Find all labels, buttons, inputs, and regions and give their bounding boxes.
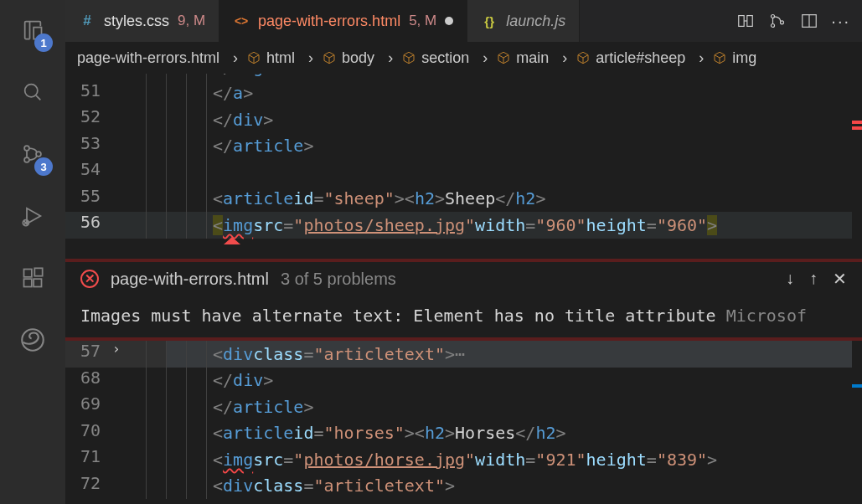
- code-line-54[interactable]: 54: [65, 159, 862, 186]
- tab-meta: 5, M: [409, 13, 436, 29]
- code-content: <article id="horses"><h2>Horses</h2>: [166, 423, 566, 443]
- search-icon[interactable]: [13, 72, 53, 112]
- code-line-69[interactable]: 69</article>: [65, 393, 862, 420]
- line-number: 56: [65, 212, 126, 232]
- run-debug-icon[interactable]: [13, 196, 53, 236]
- line-number: 71: [65, 446, 126, 466]
- code-line-68[interactable]: 68 </div>: [65, 368, 862, 394]
- code-content: <div class="articletext">⋯: [166, 344, 465, 364]
- code-content: <img src="photos/horse.jpg" width="921" …: [166, 450, 717, 470]
- open-changes-icon[interactable]: [767, 11, 787, 31]
- crumb-file[interactable]: page-with-errors.html›: [77, 49, 246, 67]
- line-number: 69: [65, 393, 126, 414]
- svg-rect-5: [24, 270, 32, 277]
- code-line-56[interactable]: 56 <img src="photos/sheep.jpg" width="96…: [65, 212, 862, 239]
- code-line-52[interactable]: 52 </div>: [65, 106, 862, 133]
- tab-bar: styles.css9, Mpage-with-errors.html5, Ml…: [65, 0, 862, 42]
- crumb-main[interactable]: main›: [496, 49, 576, 67]
- code-editor-bottom[interactable]: 57› <div class="articletext">⋯68 </div>6…: [65, 341, 862, 504]
- tab-launch-js[interactable]: launch.js: [467, 0, 580, 42]
- code-line-55[interactable]: 55<article id="sheep"><h2>Sheep</h2>: [65, 186, 862, 213]
- problem-text: Images must have alternate text: Element…: [80, 306, 716, 326]
- line-number: 68: [65, 368, 126, 388]
- error-marker[interactable]: [852, 126, 862, 130]
- problem-header: ✕ page-with-errors.html 3 of 5 problems …: [65, 262, 862, 296]
- line-number: 54: [65, 159, 126, 179]
- svg-point-13: [772, 23, 775, 27]
- tab-actions: ···: [724, 0, 862, 42]
- code-content: <div class="articletext">: [166, 476, 455, 496]
- overview-ruler[interactable]: [852, 341, 862, 504]
- overview-ruler[interactable]: [852, 74, 862, 259]
- line-number: 72: [65, 473, 126, 493]
- svg-point-2: [24, 157, 29, 162]
- problem-filename: page-with-errors.html: [111, 270, 269, 289]
- code-content: </div>: [166, 370, 273, 390]
- code-content: </svg>: [166, 74, 273, 77]
- crumb-html[interactable]: html›: [246, 49, 322, 67]
- svg-rect-11: [747, 16, 752, 27]
- explorer-badge: 1: [34, 33, 53, 52]
- crumb-article-sheep[interactable]: article#sheep›: [576, 49, 712, 67]
- code-line-50[interactable]: 50 </svg>: [65, 74, 862, 80]
- fold-chevron-icon[interactable]: ›: [112, 341, 121, 357]
- main-column: styles.css9, Mpage-with-errors.html5, Ml…: [65, 0, 862, 504]
- scm-badge: 3: [34, 157, 53, 176]
- source-control-icon[interactable]: 3: [13, 134, 53, 174]
- code-line-51[interactable]: 51 </a>: [65, 80, 862, 107]
- crumb-section[interactable]: section›: [401, 49, 496, 67]
- more-actions-icon[interactable]: ···: [831, 12, 850, 31]
- tab-meta: 9, M: [178, 13, 205, 29]
- error-marker[interactable]: [852, 121, 862, 124]
- css-file-icon: [79, 13, 95, 29]
- split-editor-icon[interactable]: [799, 11, 819, 31]
- code-content: </article>: [166, 136, 313, 156]
- svg-point-1: [24, 146, 29, 151]
- compare-changes-icon[interactable]: [736, 11, 756, 31]
- close-problem-icon[interactable]: ✕: [833, 269, 847, 289]
- tab-filename: styles.css: [104, 13, 169, 30]
- explorer-icon[interactable]: 1: [13, 10, 53, 50]
- problem-source: Microsof: [726, 306, 807, 326]
- error-triangle-icon: [224, 237, 240, 244]
- breadcrumb[interactable]: page-with-errors.html› html› body› secti…: [65, 42, 862, 74]
- code-line-53[interactable]: 53</article>: [65, 133, 862, 160]
- problem-message: Images must have alternate text: Element…: [65, 296, 862, 337]
- crumb-img[interactable]: img: [712, 49, 756, 67]
- code-content: </div>: [166, 110, 273, 130]
- tab-page-with-errors-html[interactable]: page-with-errors.html5, M: [219, 0, 467, 42]
- svg-rect-6: [24, 279, 32, 286]
- code-line-70[interactable]: 70<article id="horses"><h2>Horses</h2>: [65, 420, 862, 447]
- tab-filename: launch.js: [506, 13, 565, 30]
- svg-rect-8: [34, 268, 42, 275]
- code-line-71[interactable]: 71 <img src="photos/horse.jpg" width="92…: [65, 446, 862, 473]
- tab-filename: page-with-errors.html: [258, 13, 400, 30]
- svg-rect-7: [34, 279, 41, 286]
- tab-styles-css[interactable]: styles.css9, M: [65, 0, 219, 42]
- selection-marker[interactable]: [852, 384, 862, 388]
- html-file-icon: [233, 13, 250, 29]
- code-content: <article id="sheep"><h2>Sheep</h2>: [166, 188, 545, 208]
- line-number: 53: [65, 133, 126, 153]
- next-problem-icon[interactable]: ↓: [786, 269, 794, 289]
- inline-problem: ✕ page-with-errors.html 3 of 5 problems …: [65, 259, 862, 341]
- line-number: 52: [65, 106, 126, 126]
- svg-rect-10: [739, 16, 744, 27]
- crumb-body[interactable]: body›: [322, 49, 401, 67]
- prev-problem-icon[interactable]: ↑: [809, 269, 818, 289]
- dirty-dot-icon: [445, 17, 453, 25]
- extensions-icon[interactable]: [13, 258, 53, 298]
- activity-bar: 1 3: [0, 0, 65, 504]
- line-number: 55: [65, 186, 126, 206]
- edge-devtools-icon[interactable]: [13, 320, 53, 360]
- line-number: 51: [65, 80, 126, 100]
- code-line-72[interactable]: 72 <div class="articletext">: [65, 473, 862, 500]
- code-content: <img src="photos/sheep.jpg" width="960" …: [166, 215, 717, 235]
- svg-point-3: [36, 152, 41, 157]
- line-number: 70: [65, 420, 126, 440]
- code-content: </a>: [166, 83, 253, 103]
- code-editor-top[interactable]: 50 </svg>51 </a>52 </div>53</article>545…: [65, 74, 862, 259]
- error-icon: ✕: [80, 270, 99, 288]
- svg-point-0: [25, 85, 38, 97]
- code-line-57[interactable]: 57› <div class="articletext">⋯: [65, 341, 862, 368]
